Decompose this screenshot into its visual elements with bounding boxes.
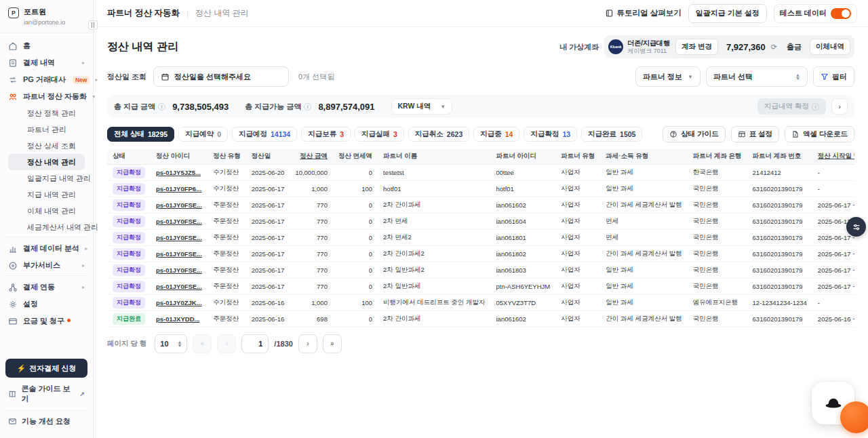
status-tab-6[interactable]: 지급중14 [473,127,519,142]
column-header-12[interactable]: 정산 시작일 범위 [812,149,854,164]
sidebar-item-settlement-policy[interactable]: 정산 정책 관리 [8,105,85,121]
status-tab-2[interactable]: 지급예정14134 [232,127,297,142]
bulk-payout-settings-button[interactable]: 일괄지급 기본 설정 [688,4,767,23]
status-tab-1[interactable]: 지급예약0 [178,127,228,142]
transfer-history-button[interactable]: 이체내역 [810,39,850,55]
sidebar-item-payment-integration[interactable]: 결제 연동 ▸ [4,279,89,296]
status-tab-7[interactable]: 지급확정13 [524,127,577,142]
apply-epayment-button[interactable]: ⚡ 전자결제 신청 [5,359,87,378]
expand-summary-button[interactable]: › [831,98,848,115]
console-guide-link[interactable]: 콘솔 가이드 보기 ↗ [5,378,87,409]
page-number-input[interactable] [241,334,269,353]
status-tabs: 전체 상태18295지급예약0지급예정14134지급보류3지급실패3지급취소26… [107,127,642,142]
question-icon [669,130,677,138]
feature-request-link[interactable]: 기능 개선 요청 [5,414,87,431]
status-tab-5[interactable]: 지급취소2623 [408,127,469,142]
settlement-id-link[interactable]: ps-01JY0FSE... [156,201,202,209]
sidebar-item-pg-reconciliation[interactable]: PG 거래대사 New ▸ [4,71,89,88]
sidebar-item-settlement-history[interactable]: 정산 내역 관리 [8,154,85,170]
settlement-id-link[interactable]: ps-01JY5JZ5... [156,169,201,176]
table-settings-button[interactable]: 표 설정 [731,126,779,142]
settlement-id-link[interactable]: ps-01JY0ZJK... [156,299,202,306]
cell-range: - [818,299,820,306]
settlement-id-link[interactable]: ps-01JY0FSE... [156,218,202,225]
cell-partner_id: ian061803 [496,266,526,274]
sidebar-item-payments[interactable]: 결제 내역 ▸ [4,54,89,71]
sidebar-item-bulk-payout-history[interactable]: 일괄지급 내역 관리 [8,170,85,186]
column-header-4[interactable]: 정산 금액 [290,149,333,164]
cell-tax_type: 일반 과세 [606,266,633,273]
sidebar-item-payout-history[interactable]: 지급 내역 관리 [8,186,85,203]
partner-info-select[interactable]: 파트너 정보 ▼ [635,66,701,87]
sidebar-item-partner-management[interactable]: 파트너 관리 [8,121,85,138]
settlement-date-input[interactable]: 정산일을 선택해주세요 [153,66,289,87]
settlement-id-link[interactable]: ps-01JY0FP6... [156,185,201,193]
sidebar-item-partner-settlement[interactable]: 파트너 정산 자동화 ▾ [4,88,89,105]
cell-bank: 국민은행 [693,282,719,290]
currency-select[interactable]: KRW 내역 ▼ [391,98,453,115]
refresh-icon[interactable]: ⟳ [771,43,777,52]
workspace-switcher[interactable]: P 포트원 ian@portone.io [0,0,93,31]
settlement-table-wrap[interactable]: 상태정산 아이디정산 유형정산일정산 금액정산 면세액파트너 이름파트너 아이디… [107,149,854,327]
chat-launcher-button[interactable] [840,401,868,433]
book-icon [8,390,16,399]
status-tab-0[interactable]: 전체 상태18295 [107,127,174,142]
confirm-payout-button[interactable]: 지급내역 확정 i [757,98,826,115]
total-payout-label: 총 지급 금액i [114,102,165,112]
chevron-down-icon: ▼ [440,104,446,110]
sidebar-item-transfer-history[interactable]: 이체 내역 관리 [8,203,85,219]
status-tab-4[interactable]: 지급실패3 [355,127,404,142]
prev-page-button[interactable]: ‹ [217,334,236,353]
info-icon[interactable]: i [158,103,165,111]
status-guide-button[interactable]: 상태 가이드 [663,126,725,142]
tab-label: 지급완료 [588,130,616,139]
last-page-button[interactable]: » [323,334,342,353]
column-header-0: 상태 [107,149,151,164]
settlement-id-link[interactable]: ps-01JY0FSE... [156,250,202,258]
cell-partner_type: 사업자 [561,184,580,192]
test-data-toggle[interactable] [831,8,851,19]
cell-amount: 770 [317,201,328,209]
cell-tax_free: 0 [369,218,372,225]
sidebar-item-settings[interactable]: 설정 [4,296,89,313]
change-account-button[interactable]: 계좌 변경 [675,39,718,55]
tutorial-link[interactable]: 튜토리얼 살펴보기 [605,8,682,18]
sidebar-item-tax-invoice-history[interactable]: 세금계산서 내역 관리 [8,219,85,235]
settlement-id-link[interactable]: ps-01JY0FSE... [156,283,202,290]
first-page-button[interactable]: « [193,334,212,353]
sidebar-item-addon-services[interactable]: 부가서비스 ▸ [4,257,89,274]
next-page-button[interactable]: › [298,334,317,353]
excel-download-button[interactable]: 엑셀 다운로드 [785,126,854,142]
status-tab-8[interactable]: 지급완료1505 [581,127,642,142]
floating-settings-button[interactable] [846,217,866,237]
info-icon[interactable]: i [304,103,311,111]
cell-account: 63160201390179 [753,218,803,225]
cell-range: 2025-06-17 ~ 2025-06-18 [818,250,854,258]
table-row: 지급확정ps-01JY0FSE...주문정산2025-06-1777002차 면… [107,213,854,229]
status-tab-3[interactable]: 지급보류3 [301,127,351,142]
rows-per-page-select[interactable]: 10 ▲▼ [155,334,187,353]
column-header-10: 파트너 계좌 은행 [688,149,747,164]
cell-type: 주문정산 [213,233,239,241]
cell-bank: 국민은행 [693,201,719,208]
sidebar-collapse-button[interactable] [88,20,98,30]
settlement-id-link[interactable]: ps-01JY0FSE... [156,234,202,241]
partner-select[interactable]: 파트너 선택 ▲▼ [706,66,808,87]
sidebar-item-home[interactable]: 홈 [4,37,89,54]
apply-epayment-label: 전자결제 신청 [29,363,76,374]
workspace-email: ian@portone.io [24,19,65,26]
cell-bank: 국민은행 [693,250,719,257]
status-badge: 지급확정 [113,248,145,260]
cell-bank: 국민은행 [693,315,719,322]
sidebar-item-payment-analytics[interactable]: 결제 데이터 분석 ▸ [4,240,89,257]
filter-button[interactable]: 필터 [813,66,854,87]
sidebar-item-settlement-detail[interactable]: 정산 상세 조회 [8,138,85,154]
settlement-id-link[interactable]: ps-01JY0FSE... [156,266,202,274]
tab-count: 1505 [620,130,635,138]
cell-tax_free: 0 [369,201,372,209]
cell-type: 주문정산 [213,266,239,273]
filter-button-label: 필터 [832,72,847,82]
withdraw-button[interactable]: 출금 [784,42,804,52]
settlement-id-link[interactable]: ps-01JXYDD... [156,315,199,323]
sidebar-item-billing[interactable]: 요금 및 청구 [4,313,89,330]
